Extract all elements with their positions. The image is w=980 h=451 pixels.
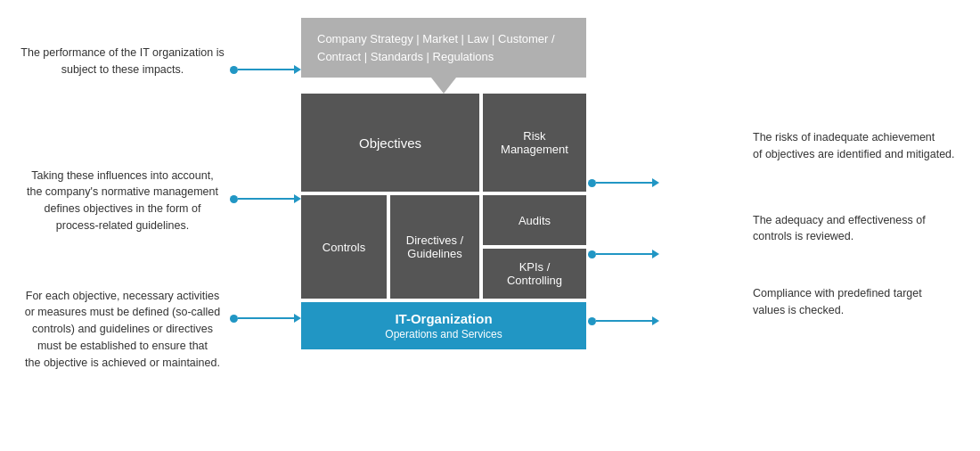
right-text-audits: The adequacy and effectiveness of contro… bbox=[753, 212, 962, 246]
arrowhead-controls bbox=[294, 314, 301, 323]
bottom-main-row: Controls Directives / Guidelines Audits … bbox=[301, 195, 586, 299]
line-controls bbox=[238, 317, 294, 319]
line-risk bbox=[596, 182, 652, 184]
right-text-risk: The risks of inadequate achievement of o… bbox=[753, 129, 962, 163]
objectives-block: Objectives bbox=[301, 94, 479, 192]
audits-block: Audits bbox=[483, 195, 586, 245]
line-audits bbox=[596, 253, 652, 255]
dot-risk bbox=[588, 179, 596, 187]
left-text-1: The performance of the IT organization i… bbox=[18, 45, 227, 78]
audits-kpis-col: Audits KPIs / Controlling bbox=[483, 195, 586, 299]
dot-kpis bbox=[588, 317, 596, 325]
connector-controls bbox=[230, 314, 301, 323]
it-org-bar: IT-Organization Operations and Services bbox=[301, 302, 586, 349]
arrowhead-objectives bbox=[294, 194, 301, 203]
it-org-title: IT-Organization bbox=[310, 311, 577, 326]
connector-audits bbox=[588, 250, 659, 258]
line-strategy bbox=[238, 69, 294, 70]
connector-strategy bbox=[230, 65, 301, 74]
arrowhead-strategy bbox=[294, 65, 301, 74]
center-diagram: Company Strategy | Market | Law | Custom… bbox=[301, 18, 586, 349]
directives-block: Directives / Guidelines bbox=[390, 195, 479, 299]
connector-kpis bbox=[588, 316, 659, 325]
dot-objectives bbox=[230, 195, 238, 203]
main-container: The performance of the IT organization i… bbox=[0, 0, 980, 451]
connector-objectives bbox=[230, 194, 301, 203]
left-panel: The performance of the IT organization i… bbox=[18, 45, 227, 371]
kpis-block: KPIs / Controlling bbox=[483, 249, 586, 299]
left-text-3: For each objective, necessary activities… bbox=[18, 288, 227, 372]
it-org-subtitle: Operations and Services bbox=[310, 328, 577, 340]
dot-controls bbox=[230, 315, 238, 323]
arrowhead-audits bbox=[652, 250, 659, 258]
strategy-box: Company Strategy | Market | Law | Custom… bbox=[301, 18, 586, 78]
line-objectives bbox=[238, 198, 294, 200]
controls-block: Controls bbox=[301, 195, 387, 299]
right-panel: The risks of inadequate achievement of o… bbox=[753, 129, 962, 319]
risk-block: Risk Management bbox=[483, 94, 586, 192]
right-col: Risk Management bbox=[483, 94, 586, 192]
main-grid: Objectives Risk Management Controls Dire… bbox=[301, 94, 586, 299]
dot-strategy bbox=[230, 66, 238, 74]
right-text-kpis: Compliance with predefined target values… bbox=[753, 285, 962, 319]
left-text-2: Taking these influences into account, th… bbox=[18, 168, 227, 234]
dot-audits bbox=[588, 250, 596, 258]
arrowhead-risk bbox=[652, 178, 659, 187]
connector-risk bbox=[588, 178, 659, 187]
line-kpis bbox=[596, 320, 652, 322]
arrowhead-kpis bbox=[652, 316, 659, 325]
top-row: Objectives Risk Management bbox=[301, 94, 586, 192]
